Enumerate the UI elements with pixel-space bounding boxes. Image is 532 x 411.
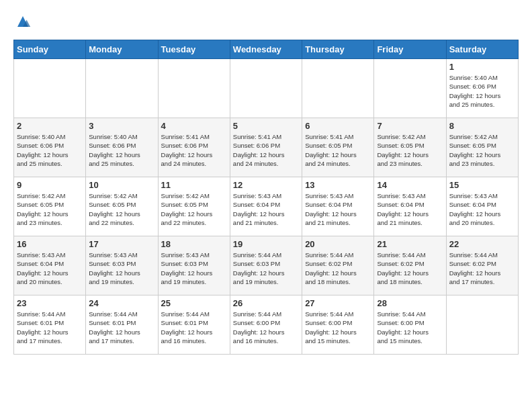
day-number: 9 — [17, 180, 83, 190]
day-number: 26 — [233, 298, 299, 308]
day-number: 19 — [233, 239, 299, 249]
day-number: 21 — [377, 239, 443, 249]
calendar-week-4: 16Sunrise: 5:43 AM Sunset: 6:04 PM Dayli… — [14, 236, 519, 295]
calendar-cell — [446, 295, 518, 355]
day-info: Sunrise: 5:40 AM Sunset: 6:06 PM Dayligh… — [17, 132, 83, 168]
calendar-cell: 5Sunrise: 5:41 AM Sunset: 6:06 PM Daylig… — [230, 118, 302, 177]
logo — [13, 13, 31, 33]
day-info: Sunrise: 5:42 AM Sunset: 6:05 PM Dayligh… — [17, 191, 83, 227]
day-number: 8 — [449, 121, 515, 131]
day-info: Sunrise: 5:43 AM Sunset: 6:03 PM Dayligh… — [161, 250, 227, 286]
day-info: Sunrise: 5:40 AM Sunset: 6:06 PM Dayligh… — [449, 73, 515, 109]
logo-text — [13, 13, 31, 33]
weekday-header-thursday: Thursday — [302, 40, 374, 59]
day-info: Sunrise: 5:43 AM Sunset: 6:03 PM Dayligh… — [89, 250, 154, 286]
day-info: Sunrise: 5:43 AM Sunset: 6:04 PM Dayligh… — [17, 250, 83, 286]
calendar-cell: 23Sunrise: 5:44 AM Sunset: 6:01 PM Dayli… — [14, 295, 86, 355]
day-number: 16 — [17, 239, 83, 249]
day-number: 1 — [449, 62, 515, 72]
calendar-week-1: 1Sunrise: 5:40 AM Sunset: 6:06 PM Daylig… — [14, 59, 519, 118]
calendar-cell: 10Sunrise: 5:42 AM Sunset: 6:05 PM Dayli… — [86, 177, 158, 236]
day-info: Sunrise: 5:42 AM Sunset: 6:05 PM Dayligh… — [161, 191, 227, 227]
day-info: Sunrise: 5:40 AM Sunset: 6:06 PM Dayligh… — [89, 132, 154, 168]
day-number: 3 — [89, 121, 154, 131]
day-info: Sunrise: 5:44 AM Sunset: 6:02 PM Dayligh… — [305, 250, 371, 286]
calendar: SundayMondayTuesdayWednesdayThursdayFrid… — [13, 40, 519, 355]
calendar-cell — [230, 59, 302, 118]
day-info: Sunrise: 5:42 AM Sunset: 6:05 PM Dayligh… — [377, 132, 443, 168]
calendar-week-3: 9Sunrise: 5:42 AM Sunset: 6:05 PM Daylig… — [14, 177, 519, 236]
day-info: Sunrise: 5:44 AM Sunset: 6:00 PM Dayligh… — [305, 310, 371, 345]
calendar-cell: 19Sunrise: 5:44 AM Sunset: 6:03 PM Dayli… — [230, 236, 302, 295]
calendar-cell: 16Sunrise: 5:43 AM Sunset: 6:04 PM Dayli… — [14, 236, 86, 295]
calendar-body: 1Sunrise: 5:40 AM Sunset: 6:06 PM Daylig… — [14, 59, 519, 355]
day-number: 7 — [377, 121, 443, 131]
day-info: Sunrise: 5:44 AM Sunset: 6:00 PM Dayligh… — [377, 310, 443, 345]
day-info: Sunrise: 5:42 AM Sunset: 6:05 PM Dayligh… — [449, 132, 515, 168]
day-number: 27 — [305, 298, 371, 308]
weekday-header-saturday: Saturday — [446, 40, 518, 59]
day-number: 2 — [17, 121, 83, 131]
day-info: Sunrise: 5:43 AM Sunset: 6:04 PM Dayligh… — [449, 191, 515, 227]
day-info: Sunrise: 5:44 AM Sunset: 6:03 PM Dayligh… — [233, 250, 299, 286]
calendar-cell: 18Sunrise: 5:43 AM Sunset: 6:03 PM Dayli… — [158, 236, 230, 295]
calendar-cell: 15Sunrise: 5:43 AM Sunset: 6:04 PM Dayli… — [446, 177, 518, 236]
day-number: 11 — [161, 180, 227, 190]
calendar-cell: 27Sunrise: 5:44 AM Sunset: 6:00 PM Dayli… — [302, 295, 374, 355]
calendar-cell: 4Sunrise: 5:41 AM Sunset: 6:06 PM Daylig… — [158, 118, 230, 177]
day-info: Sunrise: 5:41 AM Sunset: 6:06 PM Dayligh… — [233, 132, 299, 168]
day-info: Sunrise: 5:44 AM Sunset: 6:01 PM Dayligh… — [17, 310, 83, 345]
calendar-cell — [374, 59, 446, 118]
calendar-cell: 25Sunrise: 5:44 AM Sunset: 6:01 PM Dayli… — [158, 295, 230, 355]
calendar-cell: 1Sunrise: 5:40 AM Sunset: 6:06 PM Daylig… — [446, 59, 518, 118]
calendar-cell: 3Sunrise: 5:40 AM Sunset: 6:06 PM Daylig… — [86, 118, 158, 177]
calendar-cell: 9Sunrise: 5:42 AM Sunset: 6:05 PM Daylig… — [14, 177, 86, 236]
calendar-cell — [14, 59, 86, 118]
day-number: 5 — [233, 121, 299, 131]
day-info: Sunrise: 5:44 AM Sunset: 6:00 PM Dayligh… — [233, 310, 299, 345]
calendar-cell: 28Sunrise: 5:44 AM Sunset: 6:00 PM Dayli… — [374, 295, 446, 355]
day-number: 6 — [305, 121, 371, 131]
weekday-header-wednesday: Wednesday — [230, 40, 302, 59]
calendar-cell: 20Sunrise: 5:44 AM Sunset: 6:02 PM Dayli… — [302, 236, 374, 295]
calendar-week-5: 23Sunrise: 5:44 AM Sunset: 6:01 PM Dayli… — [14, 295, 519, 355]
day-info: Sunrise: 5:41 AM Sunset: 6:06 PM Dayligh… — [161, 132, 227, 168]
calendar-cell: 11Sunrise: 5:42 AM Sunset: 6:05 PM Dayli… — [158, 177, 230, 236]
weekday-header-friday: Friday — [374, 40, 446, 59]
calendar-cell — [302, 59, 374, 118]
day-number: 13 — [305, 180, 371, 190]
day-info: Sunrise: 5:43 AM Sunset: 6:04 PM Dayligh… — [233, 191, 299, 227]
calendar-cell: 2Sunrise: 5:40 AM Sunset: 6:06 PM Daylig… — [14, 118, 86, 177]
day-number: 12 — [233, 180, 299, 190]
calendar-cell: 8Sunrise: 5:42 AM Sunset: 6:05 PM Daylig… — [446, 118, 518, 177]
day-info: Sunrise: 5:42 AM Sunset: 6:05 PM Dayligh… — [89, 191, 154, 227]
calendar-cell: 24Sunrise: 5:44 AM Sunset: 6:01 PM Dayli… — [86, 295, 158, 355]
day-info: Sunrise: 5:44 AM Sunset: 6:02 PM Dayligh… — [377, 250, 443, 286]
calendar-cell — [158, 59, 230, 118]
day-number: 22 — [449, 239, 515, 249]
day-number: 18 — [161, 239, 227, 249]
calendar-cell: 6Sunrise: 5:41 AM Sunset: 6:05 PM Daylig… — [302, 118, 374, 177]
calendar-cell: 13Sunrise: 5:43 AM Sunset: 6:04 PM Dayli… — [302, 177, 374, 236]
day-number: 25 — [161, 298, 227, 308]
logo-icon — [15, 13, 31, 30]
day-number: 10 — [89, 180, 154, 190]
page-header — [13, 13, 519, 33]
weekday-header-tuesday: Tuesday — [158, 40, 230, 59]
day-info: Sunrise: 5:44 AM Sunset: 6:01 PM Dayligh… — [161, 310, 227, 345]
calendar-cell: 12Sunrise: 5:43 AM Sunset: 6:04 PM Dayli… — [230, 177, 302, 236]
day-number: 14 — [377, 180, 443, 190]
weekday-header-monday: Monday — [86, 40, 158, 59]
calendar-week-2: 2Sunrise: 5:40 AM Sunset: 6:06 PM Daylig… — [14, 118, 519, 177]
day-number: 24 — [89, 298, 154, 308]
day-number: 20 — [305, 239, 371, 249]
calendar-cell: 22Sunrise: 5:44 AM Sunset: 6:02 PM Dayli… — [446, 236, 518, 295]
day-info: Sunrise: 5:44 AM Sunset: 6:02 PM Dayligh… — [449, 250, 515, 286]
calendar-cell: 21Sunrise: 5:44 AM Sunset: 6:02 PM Dayli… — [374, 236, 446, 295]
calendar-header: SundayMondayTuesdayWednesdayThursdayFrid… — [14, 40, 519, 59]
calendar-cell: 7Sunrise: 5:42 AM Sunset: 6:05 PM Daylig… — [374, 118, 446, 177]
calendar-cell — [86, 59, 158, 118]
day-number: 15 — [449, 180, 515, 190]
day-info: Sunrise: 5:43 AM Sunset: 6:04 PM Dayligh… — [377, 191, 443, 227]
day-number: 17 — [89, 239, 154, 249]
